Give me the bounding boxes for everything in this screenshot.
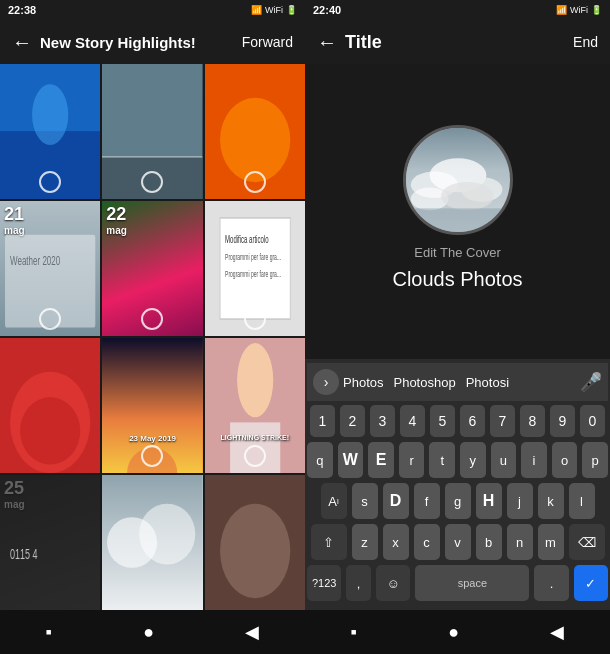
cover-circle-inner — [406, 128, 510, 232]
grid-cell-7[interactable] — [0, 338, 100, 473]
key-i[interactable]: i — [521, 442, 547, 478]
key-1[interactable]: 1 — [310, 405, 335, 437]
key-return[interactable]: ✓ — [574, 565, 608, 601]
suggestion-2[interactable]: Photoshop — [393, 375, 455, 390]
key-l[interactable]: l — [569, 483, 595, 519]
key-z[interactable]: z — [352, 524, 378, 560]
key-j[interactable]: j — [507, 483, 533, 519]
back-button-left[interactable]: ← — [12, 31, 32, 54]
highlight-name: Clouds Photos — [392, 268, 522, 291]
key-H[interactable]: H — [476, 483, 502, 519]
nav-back-left[interactable]: ◀ — [245, 621, 259, 643]
grid-cell-5[interactable]: 22 mag — [102, 201, 202, 336]
svg-point-2 — [32, 84, 68, 145]
cell-8-selector — [141, 445, 163, 467]
cell-2-selector — [141, 171, 163, 193]
key-f[interactable]: f — [414, 483, 440, 519]
status-bar-left: 22:38 📶WiFi🔋 — [0, 0, 305, 20]
highlight-content: Edit The Cover Clouds Photos — [305, 64, 610, 359]
key-comma[interactable]: , — [346, 565, 371, 601]
grid-cell-4[interactable]: 21 mag Weather 2020 — [0, 201, 100, 336]
edit-cover-label[interactable]: Edit The Cover — [414, 245, 500, 260]
nav-back-right[interactable]: ◀ — [550, 621, 564, 643]
key-period[interactable]: . — [534, 565, 568, 601]
key-t[interactable]: t — [429, 442, 455, 478]
key-8[interactable]: 8 — [520, 405, 545, 437]
key-g[interactable]: g — [445, 483, 471, 519]
svg-text:0115 4: 0115 4 — [10, 546, 38, 563]
grid-cell-8[interactable]: 23 mag 23 May 2019 — [102, 338, 202, 473]
cell-8-label: 23 May 2019 — [129, 434, 176, 443]
nav-square-right[interactable]: ▪ — [351, 622, 357, 643]
svg-text:Programmi per fare gra...: Programmi per fare gra... — [225, 253, 281, 263]
suggestion-1[interactable]: Photos — [343, 375, 383, 390]
key-numbers-toggle[interactable]: ?123 — [307, 565, 341, 601]
key-x[interactable]: x — [383, 524, 409, 560]
nav-home-right[interactable]: ● — [448, 622, 459, 643]
key-9[interactable]: 9 — [550, 405, 575, 437]
key-0[interactable]: 0 — [580, 405, 605, 437]
svg-rect-36 — [406, 208, 510, 232]
key-k[interactable]: k — [538, 483, 564, 519]
svg-text:Weather 2020: Weather 2020 — [10, 253, 60, 268]
back-button-right[interactable]: ← — [317, 31, 337, 54]
status-bar-right: 22:40 📶WiFi🔋 — [305, 0, 610, 20]
key-D[interactable]: D — [383, 483, 409, 519]
key-o[interactable]: o — [552, 442, 578, 478]
autocomplete-expand[interactable]: › — [313, 369, 339, 395]
left-header: ← New Story Highlights! Forward — [0, 20, 305, 64]
grid-cell-3[interactable] — [205, 64, 305, 199]
key-y[interactable]: y — [460, 442, 486, 478]
grid-cell-9[interactable]: LIGHTNING STRIKE! — [205, 338, 305, 473]
grid-cell-12[interactable] — [205, 475, 305, 610]
grid-cell-1[interactable] — [0, 64, 100, 199]
key-p[interactable]: p — [582, 442, 608, 478]
key-3[interactable]: 3 — [370, 405, 395, 437]
key-n[interactable]: n — [507, 524, 533, 560]
key-E[interactable]: E — [368, 442, 394, 478]
grid-cell-2[interactable] — [102, 64, 202, 199]
key-v[interactable]: v — [445, 524, 471, 560]
svg-point-21 — [237, 343, 273, 417]
key-c[interactable]: c — [414, 524, 440, 560]
key-emoji[interactable]: ☺ — [376, 565, 410, 601]
key-2[interactable]: 2 — [340, 405, 365, 437]
key-shift[interactable]: ⇧ — [311, 524, 347, 560]
key-4[interactable]: 4 — [400, 405, 425, 437]
svg-point-29 — [220, 504, 290, 599]
status-time-left: 22:38 — [8, 4, 36, 16]
key-6[interactable]: 6 — [460, 405, 485, 437]
forward-button[interactable]: Forward — [242, 34, 293, 50]
left-panel-title: New Story Highlights! — [40, 34, 234, 51]
svg-rect-23 — [0, 475, 100, 610]
suggestion-3[interactable]: Photosi — [466, 375, 509, 390]
key-u[interactable]: u — [491, 442, 517, 478]
mic-icon[interactable]: 🎤 — [580, 371, 602, 393]
nav-home-left[interactable]: ● — [143, 622, 154, 643]
autocomplete-suggestions: Photos Photoshop Photosi — [343, 375, 576, 390]
cell-9-label: LIGHTNING STRIKE! — [207, 434, 303, 441]
key-b[interactable]: b — [476, 524, 502, 560]
number-row: 1 2 3 4 5 6 7 8 9 0 — [307, 405, 608, 437]
key-s[interactable]: s — [352, 483, 378, 519]
key-space[interactable]: space — [415, 565, 529, 601]
grid-cell-11[interactable] — [102, 475, 202, 610]
grid-cell-6[interactable]: Modifica articolo Programmi per fare gra… — [205, 201, 305, 336]
key-r[interactable]: r — [399, 442, 425, 478]
key-q[interactable]: q — [307, 442, 333, 478]
key-backspace[interactable]: ⌫ — [569, 524, 605, 560]
key-7[interactable]: 7 — [490, 405, 515, 437]
cell-5-selector — [141, 308, 163, 330]
nav-square-left[interactable]: ▪ — [46, 622, 52, 643]
key-row-3: ⇧ z x c v b n m ⌫ — [307, 524, 608, 560]
cover-image[interactable] — [403, 125, 513, 235]
key-W[interactable]: W — [338, 442, 364, 478]
svg-text:Programmi per fare gra...: Programmi per fare gra... — [225, 270, 281, 280]
grid-cell-10[interactable]: 25 mag 0115 4 — [0, 475, 100, 610]
right-panel: 22:40 📶WiFi🔋 ← Title End — [305, 0, 610, 654]
key-5[interactable]: 5 — [430, 405, 455, 437]
right-panel-title: Title — [345, 32, 565, 53]
end-button[interactable]: End — [573, 34, 598, 50]
key-a[interactable]: Al — [321, 483, 347, 519]
key-m[interactable]: m — [538, 524, 564, 560]
